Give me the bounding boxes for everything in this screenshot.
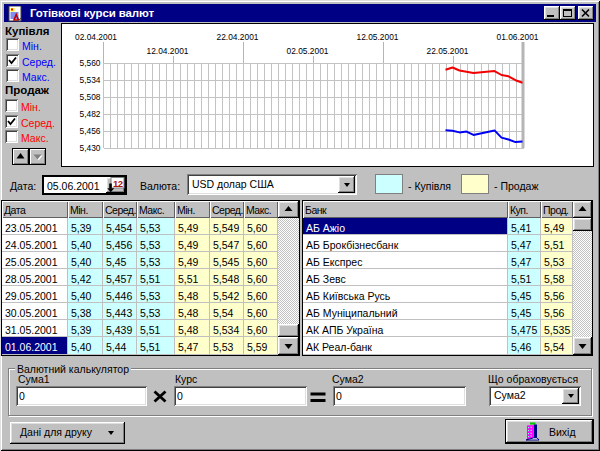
svg-text:01.06.2001: 01.06.2001 <box>497 32 539 42</box>
svg-text:12.05.2001: 12.05.2001 <box>357 32 399 42</box>
svg-text:5,508: 5,508 <box>80 92 101 102</box>
svg-text:5,534: 5,534 <box>80 75 101 85</box>
svg-text:5,482: 5,482 <box>80 109 101 119</box>
svg-text:12: 12 <box>113 178 123 189</box>
svg-text:22.05.2001: 22.05.2001 <box>427 46 469 56</box>
svg-text:22.04.2001: 22.04.2001 <box>217 32 259 42</box>
svg-text:5,560: 5,560 <box>80 58 101 68</box>
svg-text:02.05.2001: 02.05.2001 <box>287 46 329 56</box>
svg-text:5,456: 5,456 <box>80 126 101 136</box>
svg-text:5,430: 5,430 <box>80 143 101 153</box>
svg-text:02.04.2001: 02.04.2001 <box>75 32 117 42</box>
svg-text:12.04.2001: 12.04.2001 <box>147 46 189 56</box>
